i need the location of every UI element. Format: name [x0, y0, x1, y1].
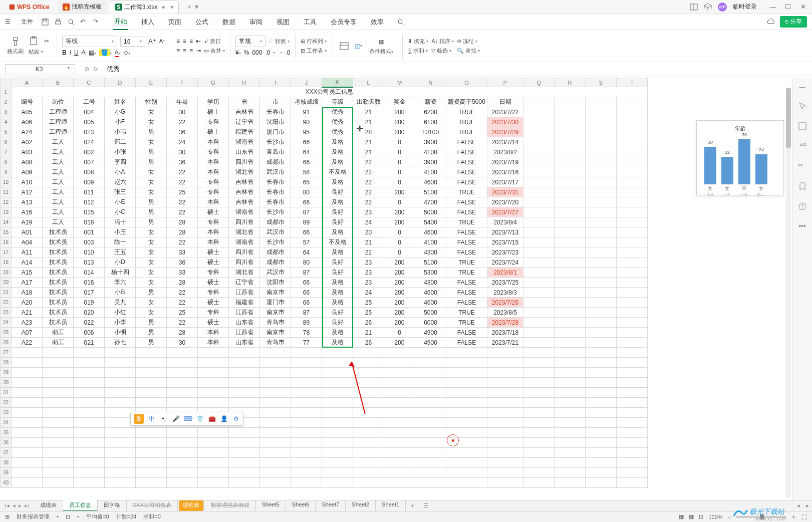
cell[interactable]: [555, 388, 586, 398]
cell[interactable]: [198, 438, 229, 448]
cell[interactable]: [167, 398, 198, 408]
cell[interactable]: 021: [74, 338, 105, 348]
cell[interactable]: 66: [291, 157, 322, 167]
align-bot-icon[interactable]: ≡: [189, 38, 193, 45]
cell[interactable]: [353, 438, 384, 448]
cell[interactable]: [167, 458, 198, 468]
col-header-O[interactable]: O: [446, 78, 487, 87]
cell[interactable]: 25: [167, 308, 198, 318]
row-header-18[interactable]: 18: [1, 257, 12, 268]
cell[interactable]: [167, 378, 198, 388]
zoom-out-button[interactable]: −: [728, 514, 731, 520]
cell[interactable]: 本科: [198, 197, 229, 207]
sheet-tab-6[interactable]: Sheet5: [256, 500, 286, 511]
cell[interactable]: 66: [291, 137, 322, 147]
cell[interactable]: FALSE: [446, 167, 487, 177]
cell[interactable]: [415, 438, 446, 448]
cell[interactable]: 成都市: [260, 247, 291, 257]
cell[interactable]: [555, 478, 586, 488]
cell[interactable]: 22: [353, 247, 384, 257]
cell[interactable]: 江苏省: [229, 288, 260, 298]
cell[interactable]: 5000: [415, 207, 446, 217]
cell[interactable]: 吉林省: [229, 107, 260, 117]
cell[interactable]: 等级: [322, 97, 353, 107]
cell[interactable]: 011: [74, 187, 105, 197]
cell[interactable]: 薪资: [415, 97, 446, 107]
cell[interactable]: 22: [353, 177, 384, 187]
cell[interactable]: 22: [167, 288, 198, 298]
cell[interactable]: [198, 388, 229, 398]
cell[interactable]: A18: [12, 288, 43, 298]
cell[interactable]: [523, 197, 555, 207]
cell[interactable]: [198, 468, 229, 478]
cell[interactable]: [353, 478, 384, 488]
cell[interactable]: 016: [74, 278, 105, 288]
fill-color-icon[interactable]: 🪣▾: [99, 49, 112, 56]
menu-效率[interactable]: 效率: [370, 15, 385, 30]
align-left-icon[interactable]: ≡: [176, 47, 180, 54]
cell[interactable]: 003: [74, 237, 105, 247]
cell[interactable]: [12, 378, 43, 388]
cell[interactable]: [74, 398, 105, 408]
cell[interactable]: 25: [353, 298, 384, 308]
cell[interactable]: [586, 408, 617, 418]
cell[interactable]: 66: [291, 288, 322, 298]
cell[interactable]: [523, 288, 555, 298]
cell[interactable]: FALSE: [446, 147, 487, 157]
cell[interactable]: 013: [74, 257, 105, 268]
row-header-32[interactable]: 32: [1, 398, 12, 408]
cell[interactable]: 长春市: [260, 177, 291, 187]
cell[interactable]: [555, 418, 586, 428]
cell[interactable]: [353, 468, 384, 478]
cell[interactable]: [415, 388, 446, 398]
cell[interactable]: 男: [136, 328, 167, 338]
cell[interactable]: 2023/7/29: [487, 127, 523, 137]
cell[interactable]: [136, 468, 167, 478]
cell[interactable]: [523, 137, 555, 147]
cell[interactable]: 长沙市: [260, 137, 291, 147]
cell[interactable]: 编号: [12, 97, 43, 107]
cell[interactable]: [74, 458, 105, 468]
cell[interactable]: [617, 448, 648, 458]
cell[interactable]: [523, 358, 555, 368]
cell[interactable]: [617, 247, 648, 257]
cell[interactable]: [617, 348, 648, 358]
decrease-font-icon[interactable]: A⁻: [159, 38, 166, 45]
save-icon[interactable]: [41, 18, 49, 26]
cell[interactable]: [586, 298, 617, 308]
cell[interactable]: [523, 438, 555, 448]
cell[interactable]: [167, 428, 198, 438]
cell[interactable]: [523, 478, 555, 488]
cell[interactable]: [43, 418, 74, 428]
cell[interactable]: 湖南省: [229, 237, 260, 247]
cell[interactable]: 95: [291, 127, 322, 137]
cell[interactable]: 22: [167, 197, 198, 207]
cell[interactable]: [136, 448, 167, 458]
sheet-tab-4[interactable]: 课程表: [179, 500, 204, 511]
cell[interactable]: [260, 428, 291, 438]
cell[interactable]: [617, 278, 648, 288]
cell[interactable]: [74, 428, 105, 438]
cell[interactable]: [555, 167, 586, 177]
cell[interactable]: [523, 117, 555, 127]
cell[interactable]: [291, 428, 322, 438]
cell[interactable]: [198, 378, 229, 388]
cell[interactable]: [446, 468, 487, 478]
dec-inc-icon[interactable]: .0→: [265, 49, 276, 56]
cell[interactable]: 良好: [322, 217, 353, 227]
col-header-N[interactable]: N: [415, 78, 446, 87]
increase-font-icon[interactable]: A⁺: [148, 38, 156, 45]
cell[interactable]: 4600: [415, 298, 446, 308]
cell[interactable]: TRUE: [446, 257, 487, 268]
cell[interactable]: [586, 137, 617, 147]
cell[interactable]: A06: [12, 117, 43, 127]
cell[interactable]: [586, 247, 617, 257]
cell[interactable]: 小B: [105, 288, 136, 298]
cell[interactable]: [617, 458, 648, 468]
cell[interactable]: 及格: [322, 177, 353, 187]
cell[interactable]: [586, 438, 617, 448]
italic-icon[interactable]: I: [70, 49, 71, 56]
cell[interactable]: 4100: [415, 147, 446, 157]
cell[interactable]: 24: [353, 288, 384, 298]
cell[interactable]: 200: [384, 298, 415, 308]
